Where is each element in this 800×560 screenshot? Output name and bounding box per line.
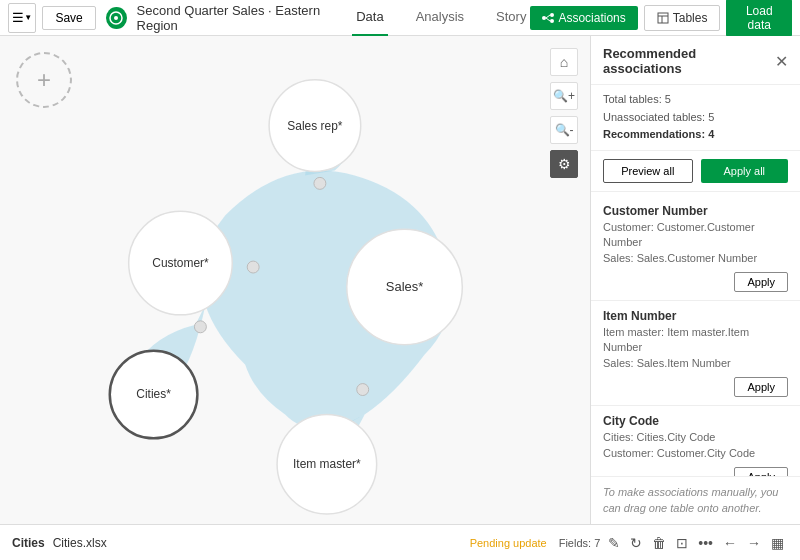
- edit-icon-button[interactable]: ✎: [604, 533, 624, 553]
- rec-desc: Item master: Item master.Item Number Sal…: [603, 325, 788, 371]
- close-panel-button[interactable]: ✕: [775, 52, 788, 71]
- pending-update-status: Pending update: [470, 537, 547, 549]
- recommendation-item: Item Number Item master: Item master.Ite…: [591, 301, 800, 406]
- preview-all-button[interactable]: Preview all: [603, 159, 693, 183]
- svg-text:Customer*: Customer*: [152, 256, 209, 270]
- hamburger-dropdown-icon: ▼: [24, 13, 32, 22]
- recommendation-item: Customer Number Customer: Customer.Custo…: [591, 196, 800, 301]
- back-icon: ←: [723, 535, 737, 551]
- bottom-bar: Cities Cities.xlsx Pending update Fields…: [0, 524, 800, 560]
- tab-data[interactable]: Data: [352, 0, 387, 36]
- table-name: Cities: [12, 536, 45, 550]
- bottom-left: Cities Cities.xlsx: [12, 536, 107, 550]
- svg-text:Cities*: Cities*: [136, 388, 171, 402]
- tab-story[interactable]: Story: [492, 0, 530, 36]
- back-button[interactable]: ←: [719, 533, 741, 553]
- rec-desc: Customer: Customer.Customer Number Sales…: [603, 220, 788, 266]
- refresh-icon: ↻: [630, 535, 642, 551]
- rec-title: Customer Number: [603, 204, 788, 218]
- apply-recommendation-2-button[interactable]: Apply: [734, 467, 788, 476]
- svg-point-10: [314, 177, 326, 189]
- network-graph: Sales rep* Customer* Sales* Cities* Item…: [0, 36, 590, 524]
- svg-rect-7: [658, 13, 668, 23]
- associations-label: Associations: [558, 11, 625, 25]
- svg-point-13: [357, 384, 369, 396]
- svg-point-1: [114, 16, 118, 20]
- fields-info: Fields: 7: [559, 537, 601, 549]
- toolbar: ☰ ▼ Save Second Quarter Sales · Eastern …: [0, 0, 800, 36]
- app-icon: [106, 7, 127, 29]
- panel-actions: Preview all Apply all: [591, 151, 800, 192]
- toolbar-left: ☰ ▼ Save Second Quarter Sales · Eastern …: [8, 3, 352, 33]
- forward-icon: →: [747, 535, 761, 551]
- filter-icon: ⊡: [676, 535, 688, 551]
- right-panel: Recommended associations ✕ Total tables:…: [590, 36, 800, 524]
- more-options-button[interactable]: •••: [694, 533, 717, 553]
- hamburger-icon: ☰: [12, 10, 24, 25]
- apply-recommendation-1-button[interactable]: Apply: [734, 377, 788, 397]
- apply-all-button[interactable]: Apply all: [701, 159, 789, 183]
- panel-stats: Total tables: 5 Unassociated tables: 5 R…: [591, 85, 800, 151]
- edit-icon: ✎: [608, 535, 620, 551]
- file-name: Cities.xlsx: [53, 536, 107, 550]
- svg-text:Sales rep*: Sales rep*: [287, 119, 342, 133]
- rec-title: Item Number: [603, 309, 788, 323]
- save-button[interactable]: Save: [42, 6, 95, 30]
- filter-icon-button[interactable]: ⊡: [672, 533, 692, 553]
- panel-recommendations: Customer Number Customer: Customer.Custo…: [591, 192, 800, 476]
- refresh-icon-button[interactable]: ↻: [626, 533, 646, 553]
- breadcrumb: Second Quarter Sales · Eastern Region: [137, 3, 353, 33]
- svg-text:Item master*: Item master*: [293, 457, 361, 471]
- svg-point-11: [247, 261, 259, 273]
- load-data-button[interactable]: Load data: [726, 0, 792, 37]
- svg-line-6: [546, 18, 550, 21]
- tab-analysis[interactable]: Analysis: [412, 0, 468, 36]
- toolbar-right: Associations Tables Load data: [530, 0, 792, 37]
- panel-title: Recommended associations: [603, 46, 775, 76]
- rec-title: City Code: [603, 414, 788, 428]
- hamburger-button[interactable]: ☰ ▼: [8, 3, 36, 33]
- associations-icon: [542, 12, 554, 24]
- svg-line-5: [546, 15, 550, 18]
- main-area: + ⌂ 🔍+ 🔍- ⚙: [0, 36, 800, 524]
- tables-icon: [657, 12, 669, 24]
- tables-button[interactable]: Tables: [644, 5, 721, 31]
- delete-icon: 🗑: [652, 535, 666, 551]
- forward-button[interactable]: →: [743, 533, 765, 553]
- bottom-tools: ✎ ↻ 🗑 ⊡ ••• ← → ▦: [604, 533, 788, 553]
- svg-point-12: [194, 321, 206, 333]
- panel-header: Recommended associations ✕: [591, 36, 800, 85]
- svg-point-3: [550, 13, 554, 17]
- apply-recommendation-0-button[interactable]: Apply: [734, 272, 788, 292]
- recommendations-stat: Recommendations: 4: [603, 126, 788, 144]
- panel-hint: To make associations manually, you can d…: [591, 476, 800, 524]
- associations-button[interactable]: Associations: [530, 6, 637, 30]
- toolbar-center: Data Analysis Story: [352, 0, 530, 36]
- svg-point-4: [550, 19, 554, 23]
- svg-point-2: [542, 16, 546, 20]
- total-tables-stat: Total tables: 5: [603, 91, 788, 109]
- recommendation-item: City Code Cities: Cities.City Code Custo…: [591, 406, 800, 476]
- grid-icon: ▦: [771, 535, 784, 551]
- more-icon: •••: [698, 535, 713, 551]
- bottom-right: Pending update Fields: 7 ✎ ↻ 🗑 ⊡ ••• ← →: [470, 533, 788, 553]
- tables-label: Tables: [673, 11, 708, 25]
- delete-icon-button[interactable]: 🗑: [648, 533, 670, 553]
- rec-desc: Cities: Cities.City Code Customer: Custo…: [603, 430, 788, 461]
- svg-text:Sales*: Sales*: [386, 279, 423, 294]
- grid-view-button[interactable]: ▦: [767, 533, 788, 553]
- canvas: + ⌂ 🔍+ 🔍- ⚙: [0, 36, 590, 524]
- unassociated-tables-stat: Unassociated tables: 5: [603, 109, 788, 127]
